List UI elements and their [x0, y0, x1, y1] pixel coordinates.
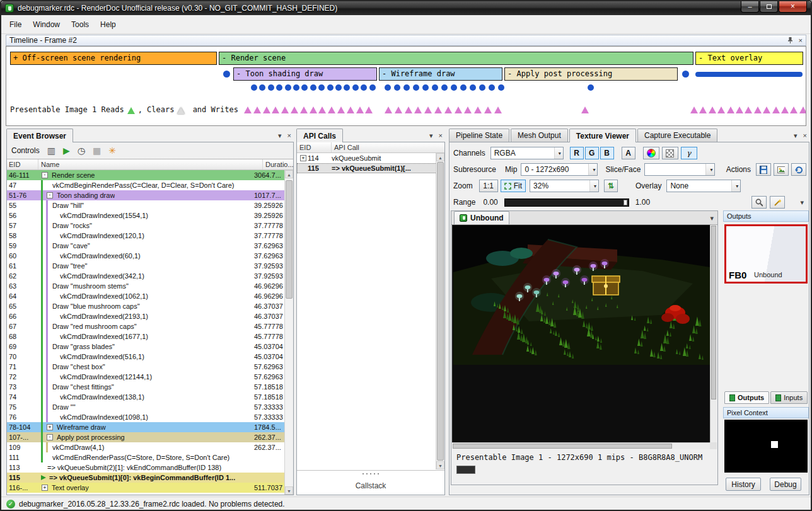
write-marker-icon[interactable] — [754, 106, 762, 113]
chevron-down-icon[interactable]: ▾ — [429, 132, 433, 139]
save-texture-button[interactable] — [756, 163, 771, 176]
event-row[interactable]: 72vkCmdDrawIndexed(12144,1)57.62963 — [7, 372, 284, 382]
write-marker-icon[interactable] — [395, 106, 402, 113]
scroll-thumb[interactable] — [453, 444, 672, 449]
tree-expander[interactable]: + — [42, 485, 48, 491]
close-button[interactable]: × — [779, 1, 807, 13]
flip-y-button[interactable]: ⇅ — [604, 180, 618, 192]
draw-call-dot[interactable] — [259, 84, 265, 91]
splitter-grip-icon[interactable] — [361, 473, 380, 475]
minimize-button[interactable]: – — [741, 1, 759, 13]
tab-api-calls[interactable]: API Calls — [296, 129, 343, 142]
event-row[interactable]: 55Draw "hill"39.25926 — [7, 200, 284, 210]
refresh-button[interactable] — [791, 163, 806, 176]
write-marker-icon[interactable] — [763, 106, 770, 113]
event-row[interactable]: 67Draw "red mushroom caps"45.77778 — [7, 321, 284, 331]
write-marker-icon[interactable] — [291, 106, 298, 113]
draw-call-dot[interactable] — [489, 84, 495, 91]
write-marker-icon[interactable] — [281, 106, 289, 113]
timeline-marker-bar[interactable]: - Toon shading draw — [233, 67, 377, 81]
open-image-button[interactable] — [774, 163, 789, 176]
event-row[interactable]: 58vkCmdDrawIndexed(120,1)37.77778 — [7, 231, 284, 241]
write-marker-icon[interactable] — [244, 106, 252, 113]
red-channel-button[interactable]: R — [570, 147, 584, 159]
draw-call-dot[interactable] — [394, 84, 400, 91]
api-scrollbar-vertical[interactable]: ▲ ▼ — [436, 153, 444, 469]
title-bar[interactable]: debugmarker.rdc - RenderDoc Unofficial r… — [1, 1, 811, 15]
draw-call-dot[interactable] — [413, 84, 419, 91]
write-marker-icon[interactable] — [581, 106, 589, 113]
tab-outputs[interactable]: Outputs — [724, 391, 769, 404]
event-row[interactable]: 109vkCmdDraw(4,1)262.37... — [7, 442, 284, 452]
event-row[interactable]: 111vkCmdEndRenderPass(C=Store, D=Store, … — [7, 452, 284, 462]
event-row[interactable]: 61Draw "tree"37.92593 — [7, 261, 284, 271]
write-marker-icon[interactable] — [263, 106, 270, 113]
blue-channel-button[interactable]: B — [600, 147, 614, 159]
draw-call-dot[interactable] — [310, 84, 316, 91]
timeline-panel-header[interactable]: Timeline - Frame #2 × — [6, 35, 806, 46]
scroll-up-icon[interactable]: ▲ — [285, 170, 293, 178]
texture-image[interactable] — [453, 226, 710, 365]
write-marker-icon[interactable] — [709, 106, 716, 113]
scroll-thumb[interactable] — [286, 180, 293, 299]
tab-capture-executable[interactable]: Capture Executable — [637, 129, 717, 142]
tab-mesh-output[interactable]: Mesh Output — [511, 129, 568, 142]
event-row[interactable]: 68vkCmdDrawIndexed(1677,1)45.77778 — [7, 331, 284, 342]
event-row[interactable]: 60vkCmdDrawIndexed(60,1)37.62963 — [7, 251, 284, 261]
column-duration[interactable]: Duratio... — [263, 159, 293, 169]
event-row[interactable]: 64vkCmdDrawIndexed(1062,1)46.96296 — [7, 291, 284, 301]
draw-call-dot[interactable] — [422, 84, 429, 91]
event-row[interactable]: 76vkCmdDrawIndexed(1098,1)57.33333 — [7, 412, 284, 422]
draw-call-dot[interactable] — [470, 84, 476, 91]
draw-call-dot[interactable] — [441, 84, 448, 91]
draw-call-dot[interactable] — [361, 84, 367, 91]
column-api-call[interactable]: API Call — [332, 142, 444, 152]
write-marker-icon[interactable] — [424, 106, 432, 113]
column-eid[interactable]: EID — [7, 159, 38, 169]
menu-help[interactable]: Help — [95, 18, 122, 32]
alpha-channel-button[interactable]: A — [622, 147, 635, 159]
write-marker-icon[interactable] — [356, 106, 364, 113]
autofit-range-button[interactable] — [770, 196, 785, 209]
write-marker-icon[interactable] — [799, 106, 806, 113]
event-row[interactable]: 46-111-Render scene3064.7... — [7, 170, 284, 180]
color-wheel-button[interactable] — [643, 147, 659, 159]
event-row[interactable]: 57Draw "rocks"37.77778 — [7, 221, 284, 231]
clear-marker-icon[interactable] — [177, 107, 185, 114]
draw-call-dot[interactable] — [498, 84, 504, 91]
close-icon[interactable]: × — [803, 132, 807, 139]
tree-expander[interactable]: - — [47, 192, 53, 198]
draw-call-dot[interactable] — [352, 84, 359, 91]
scroll-up-icon[interactable]: ▲ — [436, 153, 444, 161]
draw-call-dot[interactable] — [344, 84, 350, 91]
background-checker-button[interactable] — [662, 147, 678, 159]
write-marker-icon[interactable] — [272, 106, 279, 113]
write-marker-icon[interactable] — [690, 106, 698, 113]
close-icon[interactable]: × — [287, 132, 291, 139]
slice-face-select[interactable]: ▾ — [644, 163, 715, 176]
queue-submit-dot[interactable] — [682, 71, 689, 78]
draw-call-dot[interactable] — [268, 84, 274, 91]
goto-eid-icon[interactable]: ▶ — [63, 146, 70, 155]
draw-call-dot[interactable] — [327, 84, 334, 91]
draw-call-dot[interactable] — [451, 84, 457, 91]
texture-canvas[interactable] — [452, 225, 717, 449]
write-marker-icon[interactable] — [455, 106, 462, 113]
write-marker-icon[interactable] — [781, 106, 789, 113]
event-row[interactable]: 69Draw "grass blades"45.03704 — [7, 342, 284, 352]
event-row[interactable]: 73Draw "chest fittings"57.18518 — [7, 382, 284, 392]
close-icon[interactable]: × — [439, 132, 443, 139]
event-row[interactable]: 59Draw "cave"37.62963 — [7, 241, 284, 251]
draw-call-dot[interactable] — [335, 84, 342, 91]
scroll-thumb[interactable] — [711, 226, 716, 399]
write-marker-icon[interactable] — [434, 106, 442, 113]
draw-call-dot[interactable] — [588, 84, 594, 91]
chevron-down-icon[interactable]: ▾ — [278, 132, 282, 139]
callstack-splitter[interactable] — [297, 470, 444, 471]
settings-icon[interactable]: ✳ — [108, 146, 116, 155]
draw-call-dot[interactable] — [460, 84, 467, 91]
event-row[interactable]: 47vkCmdBeginRenderPass(C=Clear, D=Clear,… — [7, 180, 284, 190]
write-marker-icon[interactable] — [347, 106, 354, 113]
event-row[interactable]: 66vkCmdDrawIndexed(2193,1)46.37037 — [7, 311, 284, 321]
gamma-button[interactable]: γ — [681, 147, 697, 159]
